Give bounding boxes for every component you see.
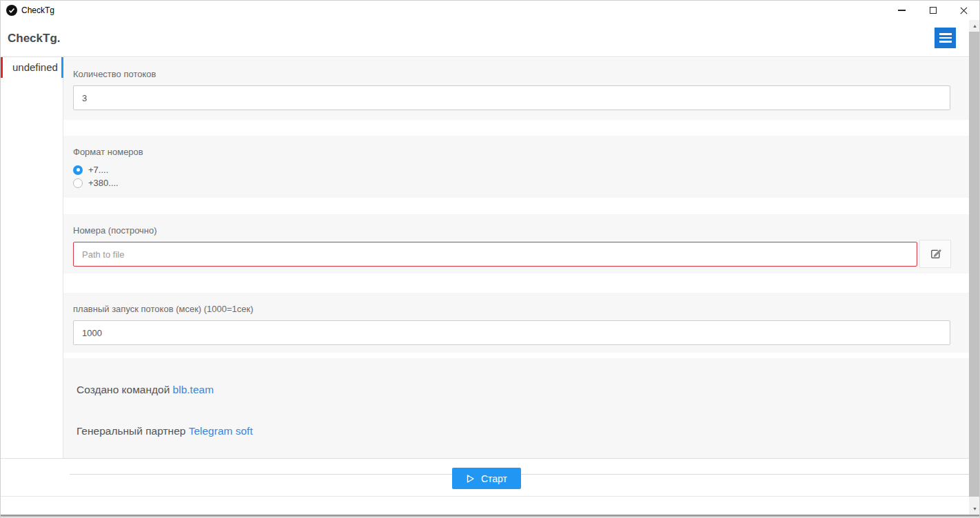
start-button-label: Старт xyxy=(481,473,507,484)
ramp-section: плавный запуск потоков (мсек) (1000=1сек… xyxy=(63,293,969,353)
close-icon xyxy=(959,6,968,15)
created-by-line: Создано командой blb.team xyxy=(76,384,214,396)
format-label: Формат номеров xyxy=(73,147,969,157)
vertical-scrollbar[interactable]: ▲ ▼ xyxy=(969,20,980,515)
ramp-input[interactable] xyxy=(73,320,950,345)
sidebar: undefined xyxy=(1,57,63,458)
footer-bottom-divider xyxy=(1,496,969,497)
maximize-icon xyxy=(930,7,937,14)
sidebar-tab-label: undefined xyxy=(12,61,58,73)
close-button[interactable] xyxy=(948,1,979,20)
scroll-up-icon[interactable]: ▲ xyxy=(969,20,980,32)
footer: Старт xyxy=(1,458,969,515)
window-controls xyxy=(886,1,979,20)
titlebar: CheckTg xyxy=(1,1,979,20)
format-section: Формат номеров +7.... +380.... xyxy=(63,136,969,198)
format-option-plus7[interactable]: +7.... xyxy=(73,163,969,176)
compose-pencil-icon xyxy=(929,247,942,260)
main-content: Количество потоков Формат номеров +7....… xyxy=(63,57,969,458)
edit-file-button[interactable] xyxy=(919,240,951,268)
start-button[interactable]: Старт xyxy=(452,468,521,489)
credits-section: Создано командой blb.team Генеральный па… xyxy=(63,358,969,458)
path-row xyxy=(73,242,969,268)
threads-label: Количество потоков xyxy=(73,69,969,79)
blb-team-link[interactable]: blb.team xyxy=(173,384,214,395)
scrollbar-thumb[interactable] xyxy=(969,32,980,497)
play-icon xyxy=(466,474,475,484)
numbers-label: Номера (построчно) xyxy=(73,225,969,236)
hamburger-icon xyxy=(939,33,952,34)
app-window: CheckTg CheckTg. undefined Количество по… xyxy=(0,0,980,518)
sidebar-tab-undefined[interactable]: undefined xyxy=(1,57,63,78)
minimize-button[interactable] xyxy=(886,1,917,20)
minimize-icon xyxy=(898,10,906,10)
app-logo-icon xyxy=(6,5,17,16)
telegram-soft-link[interactable]: Telegram soft xyxy=(189,425,253,437)
partner-line: Генеральный партнер Telegram soft xyxy=(76,425,253,437)
menu-button[interactable] xyxy=(935,28,956,48)
scroll-down-icon[interactable]: ▼ xyxy=(969,503,980,515)
window-title: CheckTg xyxy=(21,1,54,20)
ramp-label: плавный запуск потоков (мсек) (1000=1сек… xyxy=(73,304,969,314)
app-header: CheckTg. xyxy=(1,20,979,57)
threads-input[interactable] xyxy=(73,85,950,110)
numbers-section: Номера (построчно) xyxy=(63,214,969,273)
radio-selected-icon[interactable] xyxy=(73,165,83,175)
brand-title: CheckTg. xyxy=(8,20,61,56)
path-to-file-input[interactable] xyxy=(73,242,917,267)
threads-section: Количество потоков xyxy=(63,58,969,120)
created-by-text: Создано командой xyxy=(76,384,173,395)
partner-text: Генеральный партнер xyxy=(76,425,189,437)
format-option-plus380-label: +380.... xyxy=(88,178,119,188)
window-bottom-edge xyxy=(1,515,979,517)
format-option-plus380[interactable]: +380.... xyxy=(73,176,969,189)
maximize-button[interactable] xyxy=(917,1,948,20)
format-option-plus7-label: +7.... xyxy=(88,165,108,175)
radio-unselected-icon[interactable] xyxy=(73,178,83,188)
